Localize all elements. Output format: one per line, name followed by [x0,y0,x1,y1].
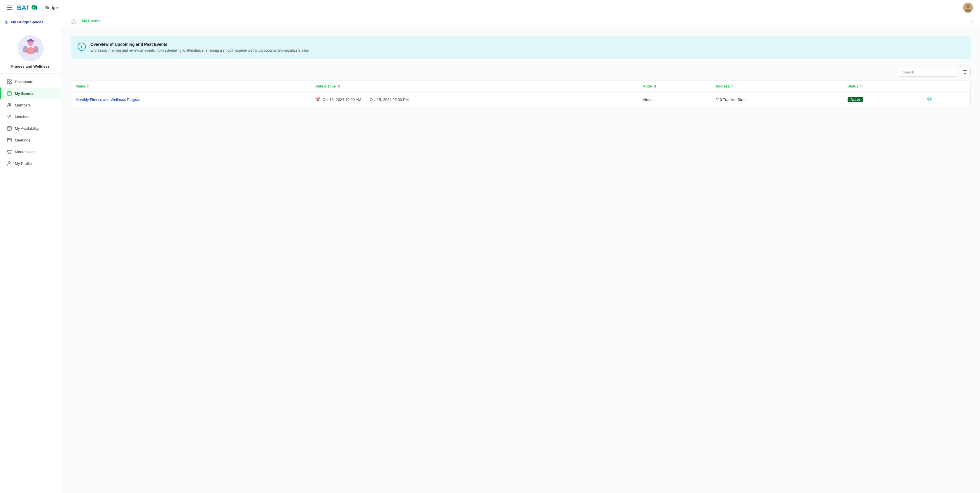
svg-rect-25 [7,92,11,95]
my-profile-label: My Profile [15,161,32,166]
page-content: i Overview of Upcoming and Past Events! … [61,28,980,115]
event-name-link[interactable]: Monthly Fitness and Wellness Program [76,97,142,102]
cell-event-name: Monthly Fitness and Wellness Program [71,92,311,107]
svg-point-20 [26,51,35,54]
banner-title: Overview of Upcoming and Past Events! [91,42,310,47]
col-header-mode: Mode ⇅ [638,81,711,92]
marketplace-label: Marketplace [15,149,36,154]
sidebar-item-meetings[interactable]: Meetings [0,134,61,146]
svg-text:I: I [36,4,37,11]
cell-actions [922,92,970,107]
svg-rect-22 [10,80,11,81]
my-bridge-spaces-link[interactable]: ⊕ My Bridge Spaces [0,15,61,29]
handshake-icon [7,114,12,119]
sidebar-item-matches[interactable]: Matches [0,111,61,122]
sort-status-icon[interactable]: ⇅ [860,84,863,88]
svg-point-16 [29,39,32,41]
svg-text:●: ● [32,6,34,10]
cell-mode: Virtual [638,92,711,107]
calendar-icon [7,91,12,96]
calendar-cell-icon: 📅 [316,97,320,102]
date-start: Oct 15, 2024 10:00 AM [323,97,361,102]
sort-address-icon[interactable]: ⇅ [731,84,734,88]
user-avatar[interactable] [963,3,973,13]
breadcrumb-bar: › My Events ‹ [61,15,980,28]
sort-datetime-icon[interactable]: ⇅ [337,84,340,88]
svg-rect-34 [963,70,967,71]
my-events-label: My Events [15,91,33,96]
col-datetime-label: Date & Time [316,84,336,88]
batoi-logo: BAT ● I [17,3,40,12]
banner-text: Overview of Upcoming and Past Events! Ef… [91,42,310,53]
table-body: Monthly Fitness and Wellness Program 📅 O… [71,92,970,107]
breadcrumb-separator: › [80,19,81,24]
col-status-label: Status [848,84,858,88]
calendar-check-icon [7,126,12,131]
col-header-datetime: Date & Time ⇅ [311,81,638,92]
grid-icon [7,79,12,84]
sidebar-item-dashboard[interactable]: Dashboard [0,76,61,87]
sort-mode-icon[interactable]: ⇅ [654,84,656,88]
svg-text:i: i [81,45,82,49]
status-badge: Active [848,97,863,102]
breadcrumb-current[interactable]: My Events [82,19,100,24]
svg-text:BAT: BAT [17,4,30,11]
sidebar-item-members[interactable]: Members [0,99,61,111]
sidebar-item-my-profile[interactable]: My Profile [0,157,61,169]
hamburger-menu[interactable] [7,6,12,10]
svg-point-37 [929,98,931,100]
svg-rect-23 [7,82,9,84]
sidebar-item-my-events[interactable]: My Events [0,87,61,99]
sidebar-item-my-availability[interactable]: My Availability [0,122,61,134]
info-banner: i Overview of Upcoming and Past Events! … [71,36,970,59]
collapse-sidebar-button[interactable]: ‹ [971,18,973,24]
svg-rect-21 [7,80,9,81]
svg-rect-35 [963,72,966,72]
svg-rect-36 [964,73,966,74]
space-name-label: Fitness and Wellness [11,64,50,68]
svg-rect-28 [7,127,11,130]
members-label: Members [15,103,30,107]
home-breadcrumb[interactable] [68,19,78,24]
cell-datetime: 📅 Oct 15, 2024 10:00 AM → Oct 15, 2024 0… [311,92,638,107]
svg-rect-29 [7,138,11,142]
table-row: Monthly Fitness and Wellness Program 📅 O… [71,92,970,107]
logo-area: BAT ● I Bridge [17,3,58,12]
col-header-name: Name ⇅ [71,81,311,92]
table-toolbar [71,67,970,77]
brand-name: Bridge [45,5,58,10]
dashboard-label: Dashboard [15,80,33,84]
space-profile: Fitness and Wellness [0,29,61,73]
date-end: Oct 15, 2024 05:00 PM [370,97,409,102]
view-event-button[interactable] [927,97,932,102]
meetings-icon [7,137,12,143]
sidebar: ⊕ My Bridge Spaces [0,15,61,493]
col-header-status: Status ⇅ [843,81,922,92]
svg-point-31 [8,162,11,164]
col-name-label: Name [76,84,85,88]
svg-rect-30 [8,152,11,154]
date-arrow-icon: → [364,97,368,102]
cell-status: Active [843,92,922,107]
banner-description: Effortlessly manage and review all event… [91,48,310,53]
filter-button[interactable] [959,67,970,77]
store-icon [7,149,12,154]
meetings-label: Meetings [15,138,30,142]
cell-address: 210 Traction Street [711,92,843,107]
sidebar-item-marketplace[interactable]: Marketplace [0,146,61,157]
main-content: › My Events ‹ i Overview of Upcoming and… [61,15,980,493]
bridge-spaces-label: My Bridge Spaces [11,20,43,24]
bridge-spaces-icon: ⊕ [5,19,8,25]
person-icon [7,161,12,166]
search-input[interactable] [898,68,956,77]
matches-label: Matches [15,115,29,119]
sort-name-icon[interactable]: ⇅ [87,84,89,88]
svg-rect-24 [10,82,11,84]
top-navigation: BAT ● I Bridge [0,0,980,15]
svg-point-5 [966,5,970,8]
col-address-label: Address [716,84,729,88]
sidebar-nav: Dashboard My Events [0,73,61,493]
logo-divider [43,4,43,11]
col-header-address: Address ⇅ [711,81,843,92]
my-availability-label: My Availability [15,126,38,131]
